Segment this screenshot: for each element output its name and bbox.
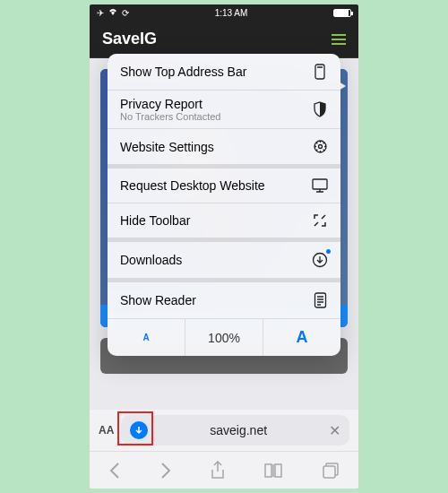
address-bar-icon [312, 64, 328, 80]
safari-toolbar [90, 451, 358, 489]
tabs-button[interactable] [322, 462, 340, 480]
svg-rect-13 [323, 466, 335, 478]
menu-label: Show Reader [120, 293, 196, 307]
hamburger-menu-icon[interactable] [332, 34, 346, 45]
gear-icon [312, 139, 328, 154]
menu-item-reader[interactable]: Show Reader [108, 282, 340, 318]
svg-rect-4 [313, 179, 327, 189]
menu-item-downloads[interactable]: Downloads [108, 242, 340, 282]
status-time: 1:13 AM [215, 8, 248, 18]
app-header: SaveIG [90, 21, 358, 58]
battery-icon [333, 9, 351, 17]
app-title: SaveIG [102, 30, 157, 48]
download-indicator-icon[interactable] [130, 421, 148, 439]
menu-label: Downloads [120, 253, 182, 267]
download-circle-icon [312, 252, 328, 268]
zoom-out-button[interactable]: A [108, 319, 185, 356]
menu-item-address-bar[interactable]: Show Top Address Bar [108, 54, 340, 91]
zoom-in-button[interactable]: A [263, 319, 340, 356]
safari-bottom-bar: AA saveig.net ✕ [90, 410, 358, 489]
svg-point-3 [318, 145, 322, 149]
reader-icon [312, 292, 328, 308]
wifi-icon [108, 7, 118, 18]
menu-item-desktop[interactable]: Request Desktop Website [108, 169, 340, 203]
zoom-controls: A 100% A [108, 318, 340, 356]
zoom-level[interactable]: 100% [185, 319, 263, 356]
ios-status-bar: ✈ ⟳ 1:13 AM [90, 4, 358, 21]
stop-reload-icon[interactable]: ✕ [329, 422, 340, 439]
menu-label: Show Top Address Bar [120, 65, 246, 79]
url-bar[interactable]: saveig.net ✕ [121, 415, 349, 445]
desktop-icon [312, 178, 328, 193]
back-button[interactable] [108, 462, 121, 480]
menu-label: Hide Toolbar [120, 213, 190, 228]
shield-icon [312, 101, 328, 117]
menu-sublabel: No Trackers Contacted [120, 111, 221, 122]
menu-label: Website Settings [120, 140, 214, 154]
forward-button[interactable] [159, 462, 172, 480]
url-text: saveig.net [148, 423, 329, 437]
loading-icon: ⟳ [122, 8, 129, 18]
menu-item-website-settings[interactable]: Website Settings [108, 129, 340, 169]
share-button[interactable] [210, 461, 226, 480]
page-settings-menu: Show Top Address Bar Privacy Report No T… [108, 54, 340, 356]
airplane-icon: ✈ [97, 8, 104, 18]
menu-label: Request Desktop Website [120, 178, 265, 193]
aa-button[interactable]: AA [99, 424, 114, 437]
menu-item-hide-toolbar[interactable]: Hide Toolbar [108, 203, 340, 242]
menu-item-privacy[interactable]: Privacy Report No Trackers Contacted [108, 91, 340, 129]
menu-label: Privacy Report [120, 97, 221, 111]
phone-screen: ✈ ⟳ 1:13 AM SaveIG Show Top Address Bar [90, 4, 358, 489]
expand-icon [312, 213, 328, 228]
bookmarks-button[interactable] [263, 463, 283, 479]
